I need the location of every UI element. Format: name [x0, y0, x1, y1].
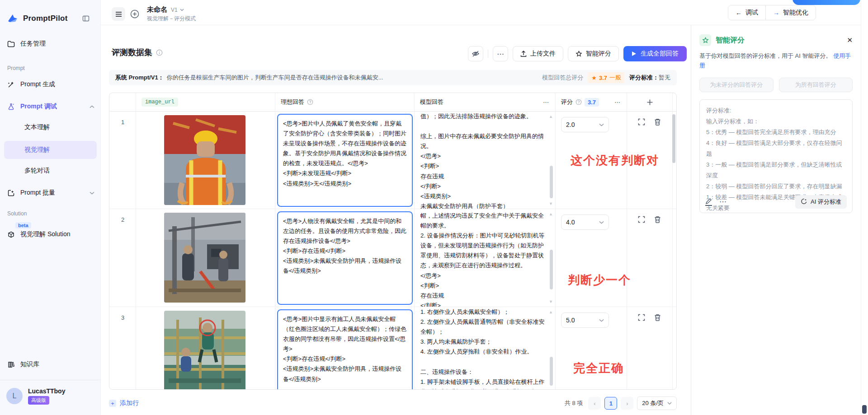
delete-icon[interactable]	[654, 118, 661, 126]
score-unscored-button[interactable]: 为未评分的回答评分	[699, 78, 774, 92]
total-score-label: 模型回答总评分	[542, 74, 583, 82]
delete-icon[interactable]	[654, 216, 661, 223]
scroll-up-icon[interactable]: ▲	[549, 114, 553, 119]
generate-all-button[interactable]: 生成全部回答	[623, 46, 687, 61]
model-answer-cell[interactable]: 值）；因此无法排除违规操作设备的迹象。 综上，图片中存在未佩戴必要安全防护用具的…	[415, 112, 556, 209]
score-select[interactable]: 2.0	[561, 117, 609, 132]
th-score[interactable]: 评分 3.7 ⋯	[556, 93, 627, 112]
ai-criteria-button[interactable]: AI 评分标准	[795, 195, 847, 209]
current-page[interactable]: 1	[604, 397, 617, 410]
image-cell[interactable]	[136, 112, 275, 209]
info-icon[interactable]	[156, 49, 163, 56]
add-row-label: 添加行	[120, 399, 139, 407]
expand-icon[interactable]	[638, 118, 645, 126]
actions-cell	[627, 209, 673, 307]
app-name: PromptPilot	[23, 14, 68, 23]
th-ideal-answer[interactable]: 理想回答	[275, 93, 415, 112]
sidebar-item-label: Prompt 生成	[20, 80, 55, 89]
score-cell: 5.0	[556, 307, 627, 390]
score-select[interactable]: 4.0	[561, 214, 609, 230]
page-scrollbar-track[interactable]	[861, 0, 868, 415]
ideal-answer-text: <思考>图片中人员佩戴了黄色安全帽，且穿戴了安全防护背心（含安全带类装备）；同时…	[283, 119, 407, 189]
chevron-down-icon	[599, 319, 604, 322]
expand-icon[interactable]	[638, 216, 645, 223]
row-image[interactable]	[164, 213, 245, 303]
sidebar-item-vision-understanding[interactable]: 视觉理解	[4, 141, 97, 159]
ideal-answer-cell[interactable]: <思考>图片中显示有施工人员未佩戴安全帽（红色圈注区域的工人未佩戴安全帽）；传绿…	[275, 307, 415, 390]
avatar[interactable]: L	[6, 388, 23, 404]
ideal-answer-box[interactable]: <思考>图片中人员佩戴了黄色安全帽，且穿戴了安全防护背心（含安全带类装备）；同时…	[277, 114, 413, 207]
th-scroll-strip	[673, 93, 677, 112]
ideal-answer-cell[interactable]: <思考>图片中人员佩戴了黄色安全帽，且穿戴了安全防护背心（含安全带类装备）；同时…	[275, 112, 415, 209]
app-root: PromptPilot 任务管理 Prompt Prompt 生成 Prompt…	[0, 0, 868, 415]
prev-page-button[interactable]: ‹	[588, 397, 601, 410]
table-scrollbar[interactable]	[672, 114, 675, 163]
criteria-editor[interactable]: 评分标准: 输入评分标准，如： 5：优秀 — 模型回答完全满足所有要求，理由充分…	[699, 99, 853, 213]
add-row-button[interactable]: + 添加行	[109, 399, 139, 407]
sidebar-item-prompt-batch[interactable]: Prompt 批量	[0, 185, 101, 201]
system-prompt-bar[interactable]: 系统 Prompt/V1： 你的任务是根据生产车间的图片，判断生产车间是否存在违…	[109, 70, 677, 85]
image-cell[interactable]	[136, 307, 275, 390]
score-column-menu-icon[interactable]: ⋯	[614, 99, 621, 106]
sidebar-item-multiturn[interactable]: 多轮对话	[0, 163, 101, 178]
th-model-answer[interactable]: 模型回答 ⋯	[415, 93, 556, 112]
optimize-button[interactable]: → 智能优化	[765, 5, 816, 20]
score-all-button[interactable]: 为所有回答评分	[779, 78, 853, 92]
delete-icon[interactable]	[654, 314, 661, 321]
ideal-answer-box[interactable]: <思考>人物没有佩戴安全帽，尤其是中间的和左边的任务。且设备的使用方式非常危险，…	[277, 211, 413, 305]
th-add-column[interactable]	[627, 93, 673, 112]
sidebar-item-label: Prompt 调试	[20, 103, 57, 111]
sidebar-item-text-understanding[interactable]: 文本理解	[0, 120, 101, 135]
edit-pencil-icon[interactable]	[705, 198, 712, 206]
sidebar-item-prompt-gen[interactable]: Prompt 生成	[0, 77, 101, 92]
add-session-icon[interactable]	[130, 9, 140, 19]
page-scrollbar-thumb[interactable]	[862, 405, 867, 414]
row-index: 1	[109, 119, 136, 126]
criteria-status-label: 评分标准：	[629, 74, 659, 81]
model-answer-cell[interactable]: 1. 右侧作业人员未佩戴安全帽）； 2. 左侧作业人员佩戴普通鸭舌帽（非安全标准…	[415, 307, 556, 390]
score-select[interactable]: 5.0	[561, 312, 609, 328]
scroll-up-icon[interactable]: ▲	[549, 310, 553, 314]
model-answer-cell[interactable]: 帽，上述情况均违反了安全生产中关于佩戴安全帽的要求。 2. 设备操作情况分析：图…	[415, 209, 556, 307]
menu-icon[interactable]	[112, 7, 125, 21]
next-page-button[interactable]: ›	[621, 397, 633, 410]
cell-scrollbar[interactable]	[550, 166, 553, 198]
hide-columns-button[interactable]	[468, 46, 483, 61]
model-column-menu-icon[interactable]: ⋯	[543, 99, 550, 106]
scroll-down-icon[interactable]: ▼	[549, 201, 553, 206]
cell-scrollbar[interactable]	[550, 250, 553, 289]
sidebar-item-prompt-debug[interactable]: Prompt 调试	[0, 99, 101, 114]
ideal-answer-box[interactable]: <思考>图片中显示有施工人员未佩戴安全帽（红色圈注区域的工人未佩戴安全帽）；传绿…	[277, 309, 413, 390]
upload-file-button[interactable]: 上传文件	[513, 46, 563, 61]
app-logo: PromptPilot	[6, 12, 95, 25]
row-image[interactable]	[164, 311, 245, 390]
sidebar-item-knowledge-base[interactable]: 知识库	[0, 357, 101, 372]
criteria-more-icon[interactable]: ⋯	[719, 197, 727, 206]
sidebar-item-task-management[interactable]: 任务管理	[0, 36, 101, 51]
scroll-up-icon[interactable]: ▲	[549, 212, 553, 216]
model-answer-scroll[interactable]: 1. 右侧作业人员未佩戴安全帽）； 2. 左侧作业人员佩戴普通鸭舌帽（非安全标准…	[415, 307, 556, 390]
image-cell[interactable]	[136, 209, 275, 307]
page-size-select[interactable]: 20 条/页	[637, 396, 677, 410]
sidebar-divider	[0, 380, 101, 380]
user-profile[interactable]: L LucasTTboy 高级版	[6, 387, 65, 405]
model-answer-scroll[interactable]: 帽，上述情况均违反了安全生产中关于佩戴安全帽的要求。 2. 设备操作情况分析：图…	[415, 209, 556, 307]
smart-score-button[interactable]: 智能评分	[568, 46, 619, 61]
close-icon[interactable]: ✕	[847, 36, 853, 44]
version-chevron-icon[interactable]	[180, 9, 184, 11]
optimize-label: 智能优化	[783, 9, 808, 17]
flask-icon	[7, 103, 15, 111]
ideal-answer-cell[interactable]: <思考>人物没有佩戴安全帽，尤其是中间的和左边的任务。且设备的使用方式非常危险，…	[275, 209, 415, 307]
model-answer-scroll[interactable]: 值）；因此无法排除违规操作设备的迹象。 综上，图片中存在未佩戴必要安全防护用具的…	[415, 112, 556, 209]
more-actions-button[interactable]: ⋯	[493, 46, 508, 61]
row-image[interactable]	[164, 115, 245, 205]
debug-button[interactable]: ← 调试	[728, 5, 765, 20]
criteria-status-value: 暂无	[659, 74, 670, 81]
th-image-url[interactable]: image_url	[136, 93, 275, 112]
cell-scrollbar[interactable]	[550, 357, 553, 386]
table-header: image_url 理想回答 模型回答 ⋯ 评分 3.7 ⋯	[109, 93, 676, 112]
scroll-down-icon[interactable]: ▼	[549, 299, 553, 304]
sidebar-item-vision-solution[interactable]: 视觉理解 Solution	[0, 227, 101, 242]
sidebar-collapse-icon[interactable]	[82, 15, 90, 22]
expand-icon[interactable]	[638, 314, 645, 321]
